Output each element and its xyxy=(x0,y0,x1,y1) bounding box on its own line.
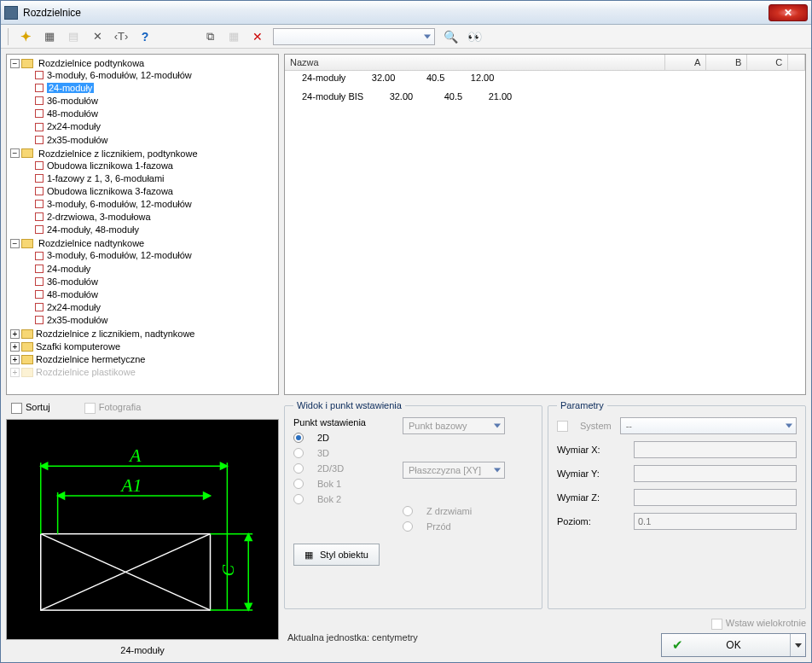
wy-label: Wymiar Y: xyxy=(557,468,625,479)
radio-przod xyxy=(403,521,413,532)
wx-input[interactable] xyxy=(634,441,797,458)
tree-leaf[interactable]: 3-moduły, 6-modułów, 12-modułów xyxy=(24,68,276,81)
svg-marker-4 xyxy=(41,462,48,469)
delete-icon[interactable]: ✕ xyxy=(249,28,266,45)
close-button[interactable]: ✕ xyxy=(768,4,808,21)
app-icon xyxy=(4,6,18,20)
tree-leaf[interactable]: 2x24-moduły xyxy=(24,300,276,313)
ok-button[interactable]: ✔ OK xyxy=(661,633,806,657)
tree-leaf[interactable]: 2x35-modułów xyxy=(24,313,276,326)
style-button[interactable]: ▦ Styl obiektu xyxy=(293,544,380,566)
tree-node[interactable]: − Rozdzielnice nadtynkowe 3-moduły, 6-mo… xyxy=(10,236,276,327)
radio-3d xyxy=(293,448,304,458)
filter-combo[interactable] xyxy=(273,28,435,45)
tree-leaf[interactable]: 3-moduły, 6-modułów, 12-modułów xyxy=(24,248,276,261)
window-root: Rozdzielnice ✕ ✦ ▦ ▤ ✕ ‹T› ? ⧉ ▦ ✕ 🔍 👀 −… xyxy=(0,0,812,663)
col-b[interactable]: B xyxy=(706,55,747,71)
tree-leaf[interactable]: Obudowa licznikowa 1-fazowa xyxy=(24,159,276,172)
dim-c-label: C xyxy=(218,564,237,576)
titlebar: Rozdzielnice ✕ xyxy=(1,1,811,25)
grid-icon[interactable]: ▦ xyxy=(225,28,242,45)
wx-label: Wymiar X: xyxy=(557,445,625,455)
insertion-group: Widok i punkt wstawienia Punkt wstawieni… xyxy=(284,400,542,609)
plane-combo: Płaszczyzna [XY] xyxy=(403,462,505,479)
tree-node[interactable]: − Rozdzielnice z licznikiem, podtynkowe … xyxy=(10,147,276,237)
data-table[interactable]: Nazwa A B C 24-moduły 32.00 40.5 12.00 xyxy=(284,54,806,395)
tree-leaf[interactable]: 48-modułów xyxy=(24,288,276,300)
tree-leaf[interactable]: 24-moduły xyxy=(24,81,276,94)
wy-input[interactable] xyxy=(634,465,797,482)
ok-dropdown[interactable] xyxy=(790,634,805,656)
parameters-group: Parametry System -- Wymiar X: Wymiar Y: … xyxy=(548,400,806,609)
tree-leaf[interactable]: 36-modułów xyxy=(24,275,276,288)
col-a[interactable]: A xyxy=(665,55,706,71)
radio-bok1 xyxy=(293,479,304,489)
search-icon[interactable]: 🔍 xyxy=(442,28,459,45)
insert-point-combo[interactable]: Punkt bazowy xyxy=(403,417,505,434)
system-combo[interactable]: -- xyxy=(620,417,797,434)
parameters-legend: Parametry xyxy=(557,400,607,410)
photo-checkbox[interactable]: Fotografia xyxy=(84,402,142,414)
tree-leaf[interactable]: 3-moduły, 6-modułów, 12-modułów xyxy=(24,197,276,210)
dim-a-label: A xyxy=(128,445,142,466)
window-title: Rozdzielnice xyxy=(23,7,768,19)
dim-a1-label: A1 xyxy=(119,475,142,496)
preview-canvas: A A1 C xyxy=(6,419,279,640)
radio-2d[interactable] xyxy=(293,433,304,443)
insert-multi-checkbox[interactable]: Wstaw wielokrotnie xyxy=(711,618,806,630)
tree-leaf[interactable]: 36-modułów xyxy=(24,94,276,107)
check-icon: ✔ xyxy=(672,637,683,653)
tree-leaf[interactable]: 24-moduły xyxy=(24,262,276,275)
level-input[interactable] xyxy=(634,513,797,530)
tree-node[interactable]: +Szafki komputerowe xyxy=(10,340,276,352)
doc-icon[interactable]: ▦ xyxy=(41,28,58,45)
sort-checkbox[interactable]: Sortuj xyxy=(11,402,50,414)
tree-leaf[interactable]: 24-moduły, 48-moduły xyxy=(24,223,276,236)
binoculars-icon[interactable]: 👀 xyxy=(466,28,483,45)
tree-panel[interactable]: − Rozdzielnice podtynkowa 3-moduły, 6-mo… xyxy=(6,54,279,395)
col-name[interactable]: Nazwa xyxy=(285,55,665,71)
table-row[interactable]: 24-moduły 32.00 40.5 12.00 xyxy=(285,71,665,84)
toolbar: ✦ ▦ ▤ ✕ ‹T› ? ⧉ ▦ ✕ 🔍 👀 xyxy=(1,25,811,49)
unit-label: Aktualna jednostka: centymetry xyxy=(284,632,418,643)
preview-panel: Sortuj Fotografia xyxy=(6,400,279,657)
tree-node[interactable]: − Rozdzielnice podtynkowa 3-moduły, 6-mo… xyxy=(10,56,276,147)
list-icon[interactable]: ▤ xyxy=(65,28,82,45)
tree-leaf[interactable]: Obudowa licznikowa 3-fazowa xyxy=(24,184,276,197)
tree-leaf[interactable]: 2-drzwiowa, 3-modułowa xyxy=(24,210,276,223)
content: − Rozdzielnice podtynkowa 3-moduły, 6-mo… xyxy=(1,49,811,662)
tree-leaf[interactable]: 48-modułów xyxy=(24,107,276,119)
tree-node[interactable]: +Rozdzielnice plastikowe xyxy=(10,365,276,378)
svg-marker-10 xyxy=(204,492,211,499)
tree-leaf[interactable]: 1-fazowy z 1, 3, 6-modułami xyxy=(24,172,276,184)
wz-label: Wymiar Z: xyxy=(557,492,625,503)
help-icon[interactable]: ? xyxy=(136,28,154,45)
new-icon[interactable]: ✦ xyxy=(17,28,34,45)
text-icon[interactable]: ‹T› xyxy=(113,28,130,45)
tree-leaf[interactable]: 2x24-moduły xyxy=(24,119,276,132)
level-label: Poziom: xyxy=(557,516,625,526)
svg-marker-5 xyxy=(220,462,227,469)
footer: Aktualna jednostka: centymetry Wstaw wie… xyxy=(284,614,806,657)
radio-bok2 xyxy=(293,494,304,504)
tree-node[interactable]: +Rozdzielnice hermetyczne xyxy=(10,352,276,365)
radio-2d3d xyxy=(293,463,304,474)
table-row[interactable]: 24-moduły BIS 32.00 40.5 21.00 xyxy=(285,90,665,103)
copy-icon[interactable]: ⧉ xyxy=(201,28,218,45)
svg-marker-9 xyxy=(58,492,65,499)
col-c[interactable]: C xyxy=(747,55,788,71)
style-icon: ▦ xyxy=(304,550,313,561)
insertion-legend: Widok i punkt wstawienia xyxy=(293,400,405,410)
tree-leaf[interactable]: 2x35-modułów xyxy=(24,133,276,146)
options-panel: Widok i punkt wstawienia Punkt wstawieni… xyxy=(284,400,806,657)
system-checkbox xyxy=(557,421,568,432)
wz-input[interactable] xyxy=(634,489,797,506)
preview-caption: 24-moduły xyxy=(6,643,279,657)
svg-marker-14 xyxy=(245,603,252,610)
svg-marker-13 xyxy=(245,533,252,540)
insert-point-label: Punkt wstawienia xyxy=(293,417,366,427)
tree-node[interactable]: +Rozdzielnice z licznikiem, nadtynkowe xyxy=(10,327,276,340)
radio-drzwi xyxy=(403,506,413,516)
tools-icon[interactable]: ✕ xyxy=(89,28,106,45)
